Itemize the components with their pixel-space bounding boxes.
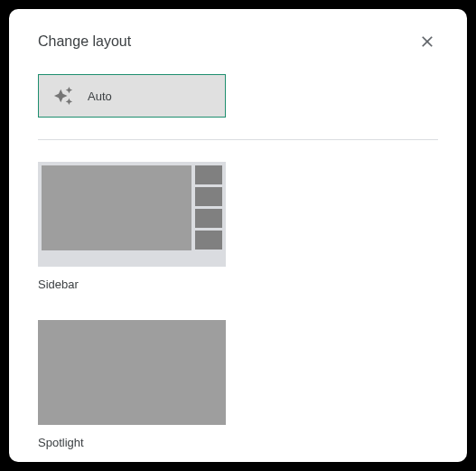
dialog-header: Change layout bbox=[23, 31, 453, 52]
layout-option-sidebar[interactable]: Sidebar bbox=[38, 162, 226, 291]
change-layout-dialog: Change layout Auto Sidebar Spotlight bbox=[9, 9, 467, 462]
spotlight-thumbnail bbox=[38, 320, 226, 425]
sidebar-label: Sidebar bbox=[38, 278, 226, 291]
close-button[interactable] bbox=[416, 31, 438, 52]
spotlight-label: Spotlight bbox=[38, 436, 226, 449]
layout-option-spotlight[interactable]: Spotlight bbox=[38, 320, 226, 449]
auto-layout-button[interactable]: Auto bbox=[38, 74, 226, 118]
sparkle-icon bbox=[53, 86, 73, 106]
auto-label: Auto bbox=[88, 89, 112, 103]
sidebar-thumbnail bbox=[38, 162, 226, 267]
close-icon bbox=[418, 33, 436, 51]
dialog-title: Change layout bbox=[38, 33, 131, 50]
divider bbox=[38, 139, 438, 140]
layout-options: Sidebar Spotlight Tiled bbox=[23, 162, 453, 471]
